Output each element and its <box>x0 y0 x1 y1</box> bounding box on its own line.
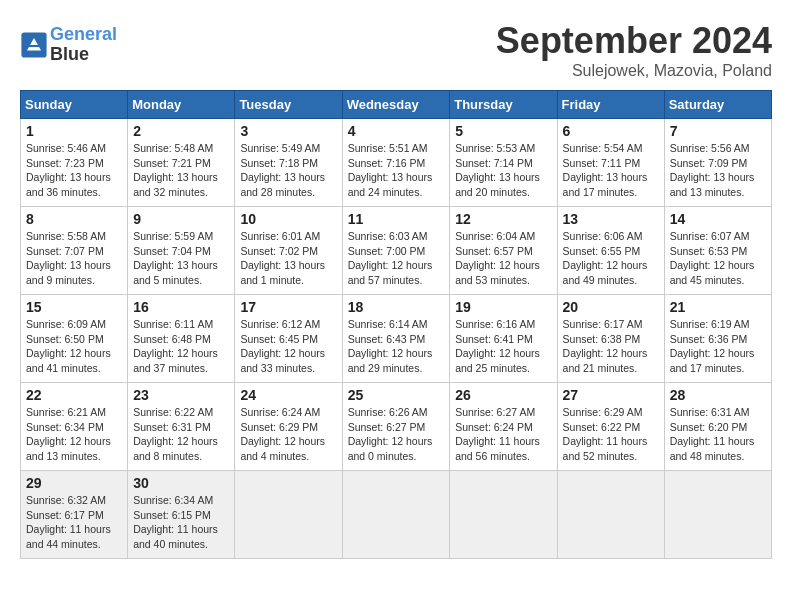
day-info: Sunrise: 6:03 AMSunset: 7:00 PMDaylight:… <box>348 230 433 286</box>
calendar-cell <box>557 471 664 559</box>
day-info: Sunrise: 6:04 AMSunset: 6:57 PMDaylight:… <box>455 230 540 286</box>
calendar-cell: 20 Sunrise: 6:17 AMSunset: 6:38 PMDaylig… <box>557 295 664 383</box>
day-header-sunday: Sunday <box>21 91 128 119</box>
day-number: 14 <box>670 211 766 227</box>
calendar: SundayMondayTuesdayWednesdayThursdayFrid… <box>20 90 772 559</box>
day-number: 28 <box>670 387 766 403</box>
calendar-cell: 6 Sunrise: 5:54 AMSunset: 7:11 PMDayligh… <box>557 119 664 207</box>
day-info: Sunrise: 6:31 AMSunset: 6:20 PMDaylight:… <box>670 406 755 462</box>
calendar-cell: 21 Sunrise: 6:19 AMSunset: 6:36 PMDaylig… <box>664 295 771 383</box>
day-number: 6 <box>563 123 659 139</box>
day-header-wednesday: Wednesday <box>342 91 450 119</box>
day-info: Sunrise: 6:32 AMSunset: 6:17 PMDaylight:… <box>26 494 111 550</box>
calendar-cell: 23 Sunrise: 6:22 AMSunset: 6:31 PMDaylig… <box>128 383 235 471</box>
calendar-cell: 17 Sunrise: 6:12 AMSunset: 6:45 PMDaylig… <box>235 295 342 383</box>
calendar-cell: 22 Sunrise: 6:21 AMSunset: 6:34 PMDaylig… <box>21 383 128 471</box>
day-info: Sunrise: 6:07 AMSunset: 6:53 PMDaylight:… <box>670 230 755 286</box>
day-info: Sunrise: 5:49 AMSunset: 7:18 PMDaylight:… <box>240 142 325 198</box>
calendar-cell: 13 Sunrise: 6:06 AMSunset: 6:55 PMDaylig… <box>557 207 664 295</box>
calendar-cell: 15 Sunrise: 6:09 AMSunset: 6:50 PMDaylig… <box>21 295 128 383</box>
day-header-saturday: Saturday <box>664 91 771 119</box>
day-number: 8 <box>26 211 122 227</box>
calendar-cell: 2 Sunrise: 5:48 AMSunset: 7:21 PMDayligh… <box>128 119 235 207</box>
day-info: Sunrise: 6:34 AMSunset: 6:15 PMDaylight:… <box>133 494 218 550</box>
day-info: Sunrise: 6:09 AMSunset: 6:50 PMDaylight:… <box>26 318 111 374</box>
day-info: Sunrise: 5:46 AMSunset: 7:23 PMDaylight:… <box>26 142 111 198</box>
calendar-cell: 7 Sunrise: 5:56 AMSunset: 7:09 PMDayligh… <box>664 119 771 207</box>
calendar-cell: 16 Sunrise: 6:11 AMSunset: 6:48 PMDaylig… <box>128 295 235 383</box>
calendar-cell: 25 Sunrise: 6:26 AMSunset: 6:27 PMDaylig… <box>342 383 450 471</box>
day-number: 18 <box>348 299 445 315</box>
day-number: 1 <box>26 123 122 139</box>
calendar-cell: 27 Sunrise: 6:29 AMSunset: 6:22 PMDaylig… <box>557 383 664 471</box>
calendar-cell: 11 Sunrise: 6:03 AMSunset: 7:00 PMDaylig… <box>342 207 450 295</box>
day-header-monday: Monday <box>128 91 235 119</box>
calendar-cell: 19 Sunrise: 6:16 AMSunset: 6:41 PMDaylig… <box>450 295 557 383</box>
day-header-thursday: Thursday <box>450 91 557 119</box>
day-number: 23 <box>133 387 229 403</box>
logo: General Blue <box>20 25 117 65</box>
day-info: Sunrise: 6:19 AMSunset: 6:36 PMDaylight:… <box>670 318 755 374</box>
day-header-friday: Friday <box>557 91 664 119</box>
day-info: Sunrise: 6:12 AMSunset: 6:45 PMDaylight:… <box>240 318 325 374</box>
day-number: 24 <box>240 387 336 403</box>
day-number: 27 <box>563 387 659 403</box>
svg-rect-2 <box>28 45 39 47</box>
day-info: Sunrise: 6:29 AMSunset: 6:22 PMDaylight:… <box>563 406 648 462</box>
day-number: 15 <box>26 299 122 315</box>
day-number: 11 <box>348 211 445 227</box>
day-number: 13 <box>563 211 659 227</box>
calendar-cell: 29 Sunrise: 6:32 AMSunset: 6:17 PMDaylig… <box>21 471 128 559</box>
day-number: 26 <box>455 387 551 403</box>
day-number: 5 <box>455 123 551 139</box>
day-info: Sunrise: 6:26 AMSunset: 6:27 PMDaylight:… <box>348 406 433 462</box>
day-info: Sunrise: 6:22 AMSunset: 6:31 PMDaylight:… <box>133 406 218 462</box>
day-info: Sunrise: 5:48 AMSunset: 7:21 PMDaylight:… <box>133 142 218 198</box>
title-area: September 2024 Sulejowek, Mazovia, Polan… <box>496 20 772 80</box>
calendar-cell <box>342 471 450 559</box>
day-number: 19 <box>455 299 551 315</box>
calendar-cell <box>450 471 557 559</box>
calendar-cell: 1 Sunrise: 5:46 AMSunset: 7:23 PMDayligh… <box>21 119 128 207</box>
day-number: 10 <box>240 211 336 227</box>
day-info: Sunrise: 6:21 AMSunset: 6:34 PMDaylight:… <box>26 406 111 462</box>
day-info: Sunrise: 6:14 AMSunset: 6:43 PMDaylight:… <box>348 318 433 374</box>
calendar-cell: 30 Sunrise: 6:34 AMSunset: 6:15 PMDaylig… <box>128 471 235 559</box>
calendar-cell: 18 Sunrise: 6:14 AMSunset: 6:43 PMDaylig… <box>342 295 450 383</box>
logo-icon <box>20 31 48 59</box>
day-header-tuesday: Tuesday <box>235 91 342 119</box>
calendar-cell: 9 Sunrise: 5:59 AMSunset: 7:04 PMDayligh… <box>128 207 235 295</box>
calendar-cell <box>664 471 771 559</box>
day-info: Sunrise: 6:24 AMSunset: 6:29 PMDaylight:… <box>240 406 325 462</box>
day-info: Sunrise: 5:59 AMSunset: 7:04 PMDaylight:… <box>133 230 218 286</box>
day-info: Sunrise: 5:56 AMSunset: 7:09 PMDaylight:… <box>670 142 755 198</box>
location: Sulejowek, Mazovia, Poland <box>496 62 772 80</box>
day-info: Sunrise: 6:27 AMSunset: 6:24 PMDaylight:… <box>455 406 540 462</box>
logo-text: General Blue <box>50 25 117 65</box>
calendar-cell: 8 Sunrise: 5:58 AMSunset: 7:07 PMDayligh… <box>21 207 128 295</box>
day-number: 12 <box>455 211 551 227</box>
calendar-cell: 24 Sunrise: 6:24 AMSunset: 6:29 PMDaylig… <box>235 383 342 471</box>
day-number: 30 <box>133 475 229 491</box>
calendar-cell: 26 Sunrise: 6:27 AMSunset: 6:24 PMDaylig… <box>450 383 557 471</box>
day-number: 3 <box>240 123 336 139</box>
day-info: Sunrise: 5:54 AMSunset: 7:11 PMDaylight:… <box>563 142 648 198</box>
day-number: 4 <box>348 123 445 139</box>
header: General Blue September 2024 Sulejowek, M… <box>20 20 772 80</box>
day-number: 9 <box>133 211 229 227</box>
day-info: Sunrise: 6:01 AMSunset: 7:02 PMDaylight:… <box>240 230 325 286</box>
calendar-cell <box>235 471 342 559</box>
day-number: 29 <box>26 475 122 491</box>
day-number: 20 <box>563 299 659 315</box>
day-info: Sunrise: 5:51 AMSunset: 7:16 PMDaylight:… <box>348 142 433 198</box>
calendar-cell: 5 Sunrise: 5:53 AMSunset: 7:14 PMDayligh… <box>450 119 557 207</box>
day-number: 25 <box>348 387 445 403</box>
calendar-cell: 10 Sunrise: 6:01 AMSunset: 7:02 PMDaylig… <box>235 207 342 295</box>
day-number: 16 <box>133 299 229 315</box>
calendar-cell: 14 Sunrise: 6:07 AMSunset: 6:53 PMDaylig… <box>664 207 771 295</box>
day-info: Sunrise: 6:17 AMSunset: 6:38 PMDaylight:… <box>563 318 648 374</box>
calendar-cell: 12 Sunrise: 6:04 AMSunset: 6:57 PMDaylig… <box>450 207 557 295</box>
calendar-cell: 28 Sunrise: 6:31 AMSunset: 6:20 PMDaylig… <box>664 383 771 471</box>
day-number: 21 <box>670 299 766 315</box>
calendar-cell: 3 Sunrise: 5:49 AMSunset: 7:18 PMDayligh… <box>235 119 342 207</box>
